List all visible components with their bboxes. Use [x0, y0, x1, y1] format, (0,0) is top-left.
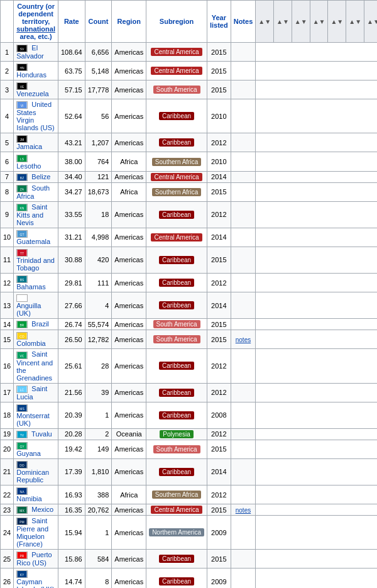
count-cell: 55,574	[85, 319, 112, 330]
subregion-header[interactable]: Subregion	[146, 1, 207, 43]
subregion-sort[interactable]: ▲▼	[346, 1, 364, 43]
subregion-cell: Central America	[146, 504, 207, 516]
count-cell: 1	[85, 516, 112, 550]
count-cell: 28	[85, 349, 112, 383]
rate-sort[interactable]: ▲▼	[292, 1, 310, 43]
svg-text:LS: LS	[20, 157, 25, 160]
table-row: 14 BR Brazil 26.74 55,574 Americas South…	[1, 319, 378, 330]
count-cell: 1	[85, 402, 112, 428]
notes-link[interactable]: notes	[236, 507, 251, 514]
rank-cell: 2	[1, 62, 14, 80]
rate-cell: 16.35	[58, 504, 85, 516]
country-link[interactable]: Lesotho	[16, 162, 41, 170]
region-cell: Americas	[112, 133, 146, 152]
rank-cell: 25	[1, 550, 14, 569]
table-row: 12 BS Bahamas 29.81 111 Americas Caribbe…	[1, 274, 378, 292]
main-table: Country (or dependent territory, subnati…	[0, 0, 377, 588]
country-link[interactable]: Dominican Republic	[16, 469, 49, 484]
table-row: 21 DO Dominican Republic 17.39 1,810 Ame…	[1, 458, 378, 485]
table-row: 26 KY Cayman Islands (UK) 14.74 8 Americ…	[1, 569, 378, 588]
region-sort[interactable]: ▲▼	[328, 1, 346, 43]
country-link[interactable]: Belize	[31, 173, 50, 180]
region-cell: Americas	[112, 228, 146, 247]
rate-cell: 29.81	[58, 274, 85, 292]
notes-link[interactable]: notes	[236, 336, 251, 343]
country-link[interactable]: Guatemala	[16, 238, 50, 245]
subregion-cell: Central America	[146, 228, 207, 247]
count-header[interactable]: Count	[85, 1, 112, 43]
rank-cell: 14	[1, 319, 14, 330]
notes-cell	[231, 201, 256, 228]
region-cell: Americas	[112, 80, 146, 99]
rank-cell: 16	[1, 349, 14, 383]
country-cell: VE Venezuela	[14, 80, 58, 99]
notes-cell	[231, 182, 256, 201]
country-cell: KY Cayman Islands (UK)	[14, 569, 58, 588]
country-link[interactable]: Jamaica	[16, 143, 42, 150]
notes-cell	[231, 247, 256, 273]
rate-cell: 21.56	[58, 383, 85, 402]
subregion-badge: South America	[153, 320, 200, 328]
count-cell: 4	[85, 292, 112, 319]
subregion-badge: Central America	[151, 506, 202, 514]
subregion-badge: Caribbean	[159, 112, 194, 120]
count-cell: 18	[85, 201, 112, 228]
country-header-label: Country	[17, 3, 43, 10]
region-cell: Americas	[112, 330, 146, 349]
year-cell: 2012	[207, 485, 231, 504]
count-cell: 12,782	[85, 330, 112, 349]
country-link[interactable]: Brazil	[31, 320, 49, 328]
country-cell: LC Saint Lucia	[14, 383, 58, 402]
country-link[interactable]: Tuvalu	[31, 430, 52, 438]
region-cell: Americas	[112, 383, 146, 402]
year-cell: 2012	[207, 274, 231, 292]
year-cell: 2014	[207, 458, 231, 485]
country-link[interactable]: Bahamas	[16, 283, 45, 291]
svg-text:ZA: ZA	[20, 187, 25, 191]
country-link[interactable]: Mexico	[31, 506, 53, 513]
country-link[interactable]: Namibia	[16, 495, 41, 502]
notes-header[interactable]: Notes	[231, 1, 256, 43]
country-link[interactable]: Colombia	[16, 340, 45, 347]
rate-header[interactable]: Rate	[58, 1, 85, 43]
rate-cell: 34.40	[58, 171, 85, 182]
region-cell: Americas	[112, 402, 146, 428]
svg-text:DO: DO	[20, 463, 25, 467]
count-cell: 39	[85, 383, 112, 402]
country-link[interactable]: Anguilla (UK)	[16, 302, 41, 317]
sort-arrows: ▲▼	[258, 18, 271, 25]
rate-cell: 15.94	[58, 516, 85, 550]
count-cell: 149	[85, 440, 112, 458]
country-cell: BS Bahamas	[14, 274, 58, 292]
country-link[interactable]: Honduras	[16, 71, 46, 79]
table-row: 22 NA Namibia 16.93 388 Africa Southern …	[1, 485, 378, 504]
country-header[interactable]: Country (or dependent territory, subnati…	[14, 1, 58, 43]
svg-text:NA: NA	[20, 490, 25, 494]
country-sort[interactable]: ▲▼	[274, 1, 292, 43]
subregion-cell: Southern Africa	[146, 485, 207, 504]
year-header[interactable]: Year listed	[207, 1, 231, 43]
year-cell: 2015	[207, 550, 231, 569]
country-link[interactable]: Trinidad and Tobago	[16, 257, 55, 272]
country-cell: PR Puerto Rico (US)	[14, 550, 58, 569]
svg-text:PM: PM	[20, 520, 25, 524]
country-link[interactable]: Cayman Islands (UK)	[16, 578, 55, 588]
year-sort[interactable]: ▲▼	[364, 1, 377, 43]
country-link[interactable]: Montserrat (UK)	[16, 412, 50, 427]
subregion-badge: Caribbean	[159, 279, 194, 287]
year-cell: 2015	[207, 504, 231, 516]
country-cell: MS Montserrat (UK)	[14, 402, 58, 428]
country-link[interactable]: Guyana	[16, 450, 41, 457]
country-link[interactable]: Venezuela	[16, 90, 48, 97]
subregion-badge: Polynesia	[160, 430, 193, 438]
svg-text:TV: TV	[20, 433, 25, 436]
region-header[interactable]: Region	[112, 1, 146, 43]
count-sort[interactable]: ▲▼	[310, 1, 328, 43]
region-cell: Americas	[112, 274, 146, 292]
svg-text:LC: LC	[20, 387, 25, 391]
rank-sort[interactable]: ▲▼	[256, 1, 274, 43]
region-cell: Americas	[112, 569, 146, 588]
country-cell: HN Honduras	[14, 62, 58, 80]
count-cell: 5,148	[85, 62, 112, 80]
subregion-badge: Caribbean	[159, 256, 194, 264]
